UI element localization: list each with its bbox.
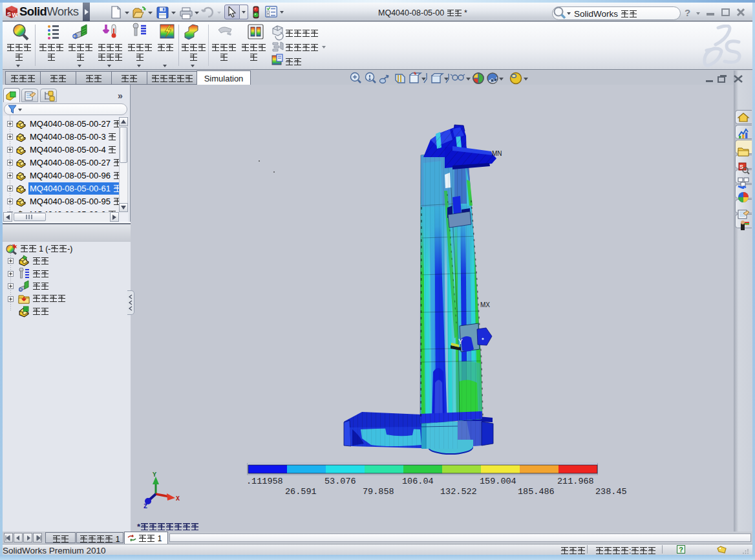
svg-text:26.591: 26.591 xyxy=(285,487,317,497)
svg-text:.111958: .111958 xyxy=(246,477,283,486)
svg-text:106.04: 106.04 xyxy=(402,477,434,486)
svg-text:211.968: 211.968 xyxy=(557,477,594,486)
svg-text:53.076: 53.076 xyxy=(324,477,356,486)
svg-text:159.004: 159.004 xyxy=(480,477,516,486)
svg-text:Z: Z xyxy=(144,503,147,510)
svg-text:132.522: 132.522 xyxy=(440,487,477,497)
svg-text:Y: Y xyxy=(153,471,156,479)
svg-text:238.45: 238.45 xyxy=(595,487,627,497)
svg-text:185.486: 185.486 xyxy=(518,487,555,497)
svg-text:Y: Y xyxy=(458,338,463,345)
svg-text:79.858: 79.858 xyxy=(363,487,394,497)
svg-text:MX: MX xyxy=(480,301,490,308)
svg-text:MN: MN xyxy=(492,150,502,157)
svg-text:X: X xyxy=(176,495,180,502)
